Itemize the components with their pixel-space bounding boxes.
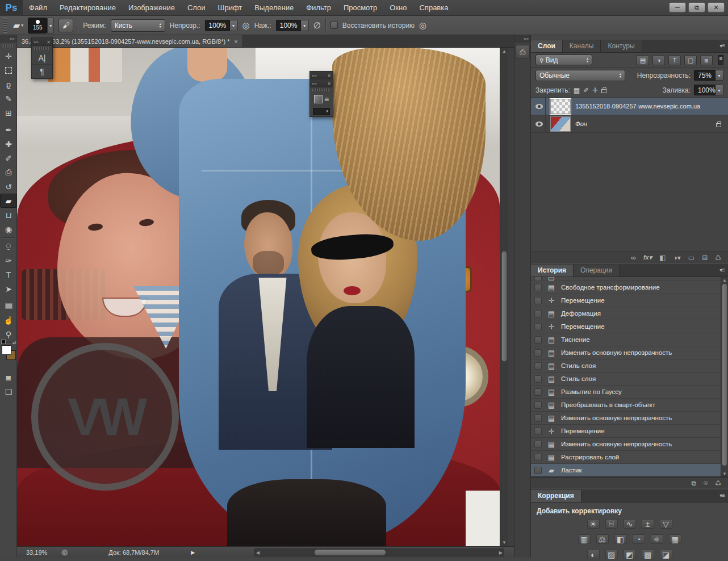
layer-thumbnail[interactable] xyxy=(550,99,571,114)
history-scroll-thumb[interactable] xyxy=(722,284,727,466)
layer-name[interactable]: 1355152018-0904257-www.nevsepic.com.ua xyxy=(575,103,726,110)
brush-preset-picker[interactable]: 155 ▼ xyxy=(28,18,54,34)
layer-style-icon[interactable]: fx▾ xyxy=(643,254,652,261)
history-scrollbar[interactable]: ▲ ▼ xyxy=(721,277,728,477)
menu-item-2[interactable]: Изображение xyxy=(122,0,181,16)
panel-menu-icon[interactable]: ▾≡ xyxy=(719,492,725,499)
history-row[interactable]: ▤Изменить основную непрозрачность xyxy=(531,346,728,359)
blend-mode-select[interactable]: Обычные▴▾ xyxy=(535,70,625,81)
lock-all-icon[interactable] xyxy=(601,89,606,93)
crop-tool[interactable]: ⊞ xyxy=(0,106,17,120)
scroll-down-icon[interactable]: ▼ xyxy=(500,540,508,545)
history-row[interactable]: ▤Стиль слоя xyxy=(531,359,728,372)
posterize-icon[interactable]: ▨ xyxy=(605,550,618,559)
current-tool-button[interactable]: ▰ ▾ xyxy=(13,20,23,31)
default-colors-icon[interactable] xyxy=(1,340,6,344)
smart-object-filter-icon[interactable]: ⧈ xyxy=(700,55,713,65)
history-source-checkbox[interactable] xyxy=(534,375,542,383)
history-row[interactable]: ▤Преобразовать в смарт-объект xyxy=(531,399,728,412)
chevron-down-icon[interactable]: ▼ xyxy=(716,70,723,81)
filter-type-select[interactable]: ⚲ Вид ▴▾ xyxy=(535,55,592,65)
collapse-dock-button[interactable]: «« xyxy=(514,35,530,43)
flow-field[interactable]: 100% ▼ xyxy=(276,20,309,31)
tab-layers[interactable]: Слои xyxy=(531,40,563,52)
mini-bridge-icon[interactable]: ◔ xyxy=(61,549,69,556)
blur-tool[interactable]: ◉ xyxy=(0,222,17,236)
layer-row[interactable]: Фон xyxy=(531,115,728,133)
tab-channels[interactable]: Каналы xyxy=(563,40,601,52)
minimize-button[interactable]: ─ xyxy=(669,2,686,12)
close-tab-icon[interactable]: × xyxy=(234,38,237,45)
brightness-contrast-icon[interactable]: ☀ xyxy=(587,519,600,529)
brush-tool[interactable]: ✐ xyxy=(0,151,17,165)
menu-item-1[interactable]: Редактирование xyxy=(53,0,122,16)
color-balance-icon[interactable]: ⚖ xyxy=(596,534,609,544)
history-source-checkbox[interactable] xyxy=(534,388,542,396)
history-source-checkbox[interactable] xyxy=(534,362,542,370)
collapse-toolbar-button[interactable]: »» xyxy=(0,35,16,43)
black-white-icon[interactable]: ◧ xyxy=(614,534,627,544)
menu-item-3[interactable]: Слои xyxy=(181,0,212,16)
tab-adjustments[interactable]: Коррекция xyxy=(531,490,581,502)
expand-panel-icon[interactable]: »» xyxy=(34,40,39,45)
tablet-pressure-opacity-icon[interactable]: ◎ xyxy=(242,20,250,31)
vertical-scroll-thumb[interactable] xyxy=(501,251,507,362)
scroll-left-icon[interactable]: ◀ xyxy=(256,550,260,555)
horizontal-scroll-thumb[interactable] xyxy=(315,550,386,555)
history-source-checkbox[interactable] xyxy=(534,441,542,448)
layer-thumbnail[interactable] xyxy=(550,116,571,132)
chevron-down-icon[interactable]: ▼ xyxy=(301,20,309,31)
new-snapshot-icon[interactable]: ⌾ xyxy=(704,479,708,487)
color-lookup-icon[interactable]: ▦ xyxy=(669,534,681,544)
history-row[interactable]: ▰Ластик xyxy=(531,464,728,477)
delete-layer-icon[interactable]: ♺ xyxy=(715,254,721,262)
history-brush-tool[interactable]: ↺ xyxy=(0,179,17,194)
rectangular-marquee-tool[interactable] xyxy=(0,63,17,77)
exposure-icon[interactable]: ± xyxy=(642,519,654,529)
history-source-checkbox[interactable] xyxy=(534,467,542,474)
restore-button[interactable]: ⧉ xyxy=(688,2,705,12)
visibility-toggle[interactable] xyxy=(533,115,546,133)
vibrance-icon[interactable]: ▽ xyxy=(660,519,672,529)
screen-mode-button[interactable]: ❏ xyxy=(0,384,17,399)
close-icon[interactable]: ✕ xyxy=(327,73,331,78)
history-row[interactable]: ▤Изменить основную непрозрачность xyxy=(531,438,728,451)
history-source-checkbox[interactable] xyxy=(534,454,542,461)
quick-selection-tool[interactable]: ✎ xyxy=(0,91,17,106)
add-mask-icon[interactable]: ◧ xyxy=(659,254,666,262)
toggle-brush-panel-button[interactable]: 🖌︎ xyxy=(58,19,73,32)
paint-bucket-tool[interactable]: ⊔ xyxy=(0,208,17,222)
panel-menu-icon[interactable]: ▾≡ xyxy=(719,43,725,49)
chevron-down-icon[interactable]: ▼ xyxy=(716,85,723,95)
canvas[interactable]: VW xyxy=(17,48,500,546)
visibility-toggle[interactable] xyxy=(533,98,546,115)
scroll-up-icon[interactable]: ▲ xyxy=(721,278,728,283)
eraser-tool[interactable]: ▰ xyxy=(0,194,17,208)
tab-paths[interactable]: Контуры xyxy=(601,40,642,52)
hue-saturation-icon[interactable]: ▥ xyxy=(578,534,591,544)
swap-colors-icon[interactable]: ⇄ xyxy=(12,340,16,345)
history-source-checkbox[interactable] xyxy=(534,349,542,357)
history-row[interactable]: ✛Перемещение xyxy=(531,425,728,438)
new-layer-icon[interactable]: ⊞ xyxy=(702,254,708,262)
paragraph-panel-icon[interactable]: ¶ xyxy=(32,65,52,78)
hand-tool[interactable]: ☝ xyxy=(0,313,17,327)
move-tool[interactable]: ✛ xyxy=(0,49,17,63)
shape-tool[interactable] xyxy=(0,299,17,313)
pen-tool[interactable]: ✑ xyxy=(0,253,17,267)
shape-filter-icon[interactable]: ▢ xyxy=(684,55,697,65)
type-tool[interactable]: T xyxy=(0,267,17,282)
layer-opacity-field[interactable]: 75% ▼ xyxy=(694,70,723,81)
history-source-checkbox[interactable] xyxy=(534,310,542,317)
history-row[interactable]: ▤Стиль слоя xyxy=(531,372,728,386)
history-row[interactable]: ▤Свободное трансформирование xyxy=(531,281,728,294)
adjustment-filter-icon[interactable]: ◑ xyxy=(652,55,665,65)
horizontal-scrollbar[interactable]: ◀ ▶ xyxy=(254,549,504,556)
threshold-icon[interactable]: ◩ xyxy=(624,550,636,559)
close-icon[interactable]: ✕ xyxy=(47,40,51,45)
history-source-checkbox[interactable] xyxy=(534,323,542,330)
history-row[interactable]: ▤Тиснение xyxy=(531,333,728,346)
restore-history-checkbox[interactable] xyxy=(330,22,338,29)
new-document-from-state-icon[interactable]: ⧉ xyxy=(691,479,696,487)
opacity-field[interactable]: 100% ▼ xyxy=(205,20,238,31)
